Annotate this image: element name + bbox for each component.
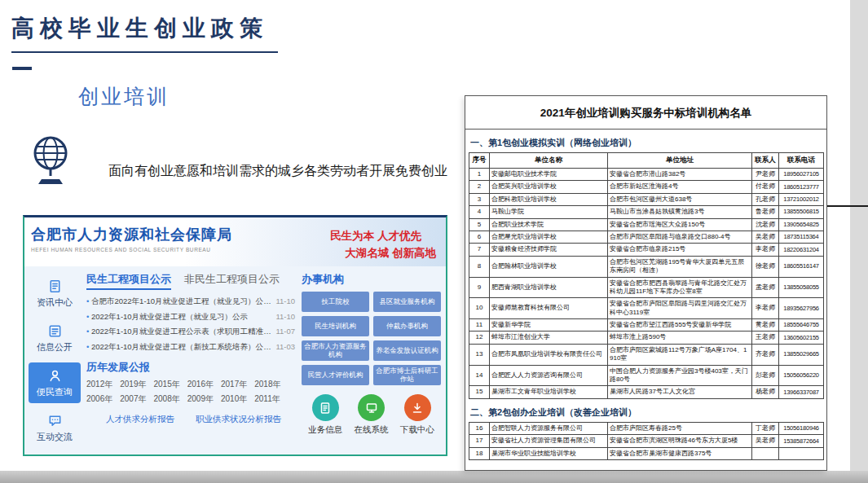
cell-unit-name: 安徽新华学院 — [490, 319, 608, 332]
monitor-icon — [358, 394, 385, 421]
news-item[interactable]: 2022年1-10月就业促进工程（就业见习）公示 11-10 — [86, 310, 295, 325]
cell-unit-address: 安徽省合肥市瑶海区大众路150号 — [608, 218, 752, 231]
cell-unit-address: 安徽省合肥市滨湖区明珠路46号东方大厦5楼 — [608, 435, 752, 447]
year-link[interactable]: 2009年 — [187, 393, 214, 405]
news-item-title: 2022年1-10月就业促进工程（新技工系统培养）公示表 — [86, 340, 272, 355]
news-item[interactable]: 2022年1-10月就业促进工程（新技工系统培养）公示表 11-03 — [86, 340, 295, 355]
cell-index: 18 — [469, 447, 490, 459]
site-slogans: 民生为本 人才优先 大湖名城 创新高地 — [330, 225, 439, 266]
table-row: 12 蚌埠市江淮创业大学 蚌埠市淮上路590号 王老师 13605602155 — [469, 332, 824, 344]
year-link[interactable]: 2008年 — [154, 393, 180, 405]
cell-phone: 18956027105 — [779, 169, 824, 181]
year-link[interactable]: 2012年 — [86, 379, 112, 390]
table-row: 8 合肥翰林职业培训学校 合肥市包河区芜湖路195号青华大厦四单元五层东南房间（… — [469, 256, 824, 277]
sidebar-item-interaction[interactable]: 互动交流 — [29, 407, 81, 448]
annual-reports-header: 历年发展公报 — [86, 360, 295, 375]
cell-unit-address: 安徽省合肥市望江西路555号安徽新华学院 — [608, 319, 752, 332]
cell-index: 2 — [469, 181, 490, 193]
cell-index: 3 — [469, 193, 490, 205]
table-section-1: 一、第1包创业模拟实训（网络创业培训） — [470, 137, 822, 149]
tab-minsheng-projects[interactable]: 民生工程项目公示 — [86, 272, 171, 290]
sidebar-item-citizen-query[interactable]: 便民查询 — [29, 362, 81, 403]
year-link[interactable]: 2016年 — [187, 379, 214, 390]
cell-index: 13 — [469, 344, 490, 365]
cell-contact: 李老师 — [752, 298, 779, 319]
agencies-header: 办事机构 — [302, 272, 441, 287]
cell-unit-address: 合肥市庐阳区阜阳路与临泉路交口880-4号 — [608, 231, 752, 243]
cell-contact: 孔老师 — [752, 193, 779, 205]
cell-unit-name: 安徽邮电职业技术学院 — [490, 169, 608, 181]
quick-link-online-system[interactable]: 在线系统 — [355, 394, 389, 436]
description-text: 面向有创业意愿和培训需求的城乡各类劳动者开展免费创业 — [108, 163, 447, 180]
download-icon — [404, 394, 431, 421]
table-row: 15 巢湖市工文青年职业培训学校 巢湖市人民路37号工人文化宫 杨老师 1396… — [469, 386, 824, 398]
news-item[interactable]: 2022年1-10月就业促进工程公示表（求职用工精准对接计划） 11-07 — [86, 324, 295, 340]
cell-phone: 15056180946 — [779, 422, 824, 434]
agency-button[interactable]: 合肥市人力资源服务机构 — [302, 340, 369, 361]
report-link[interactable]: 职业供求状况分析报告 — [196, 414, 281, 425]
cell-unit-address: 合肥市庐阳区蒙城路112号万象广场A座1704、1910室 — [608, 344, 752, 365]
agency-button[interactable]: 养老金发放认证机构 — [373, 340, 441, 361]
year-link[interactable]: 2018年 — [254, 379, 280, 390]
bottom-gray-strip — [0, 471, 868, 483]
cell-phone: 13855029665 — [779, 344, 824, 365]
cell-contact: 吴老师 — [752, 435, 779, 447]
cell-unit-address: 合肥市包河区芜湖路195号青华大厦四单元五层东南房间（相连） — [608, 256, 752, 277]
quick-link-label: 在线系统 — [355, 424, 389, 436]
table-row: 2 合肥英兴职业培训学校 合肥市新站区淮海路4号 付老师 18605123777 — [469, 181, 824, 193]
year-link[interactable]: 2015年 — [154, 379, 180, 390]
tab-non-minsheng-projects[interactable]: 非民生工程项目公示 — [184, 272, 280, 287]
agency-button[interactable]: 民生培训机构 — [302, 316, 369, 336]
slogan-line-2: 大湖名城 创新高地 — [345, 245, 436, 262]
year-link[interactable]: 2011年 — [254, 393, 280, 405]
cell-phone: 15056056220 — [779, 365, 824, 386]
cell-unit-name: 合肥翰林职业培训学校 — [490, 256, 608, 277]
year-link[interactable]: 2010年 — [221, 393, 247, 405]
cell-contact: 齐老师 — [752, 344, 779, 365]
news-item-title: 2022年1-10月就业促进工程（就业见习）公示 — [86, 310, 272, 325]
cell-index: 11 — [469, 319, 490, 332]
agency-button[interactable]: 技工院校 — [302, 292, 369, 312]
agency-button[interactable]: 县区就业服务机构 — [373, 292, 441, 312]
project-tabs: 民生工程项目公示 非民生工程项目公示 — [86, 272, 295, 290]
cell-unit-name: 巢湖市华业职业技能培训学校 — [490, 447, 608, 459]
cell-unit-name: 合肥匠人人力资源咨询有限公司 — [490, 365, 608, 386]
agency-button[interactable]: 仲裁办事机构 — [373, 316, 441, 336]
year-link[interactable]: 2017年 — [221, 379, 247, 390]
cell-index: 17 — [469, 435, 490, 447]
cell-unit-address: 蚌埠市淮上路590号 — [608, 332, 752, 344]
year-link[interactable]: 2019年 — [120, 379, 146, 390]
cell-unit-address: 安徽省合肥市潜山路382号 — [608, 169, 752, 181]
sidebar-item-info-disclosure[interactable]: 信息公开 — [29, 318, 81, 358]
cell-index: 15 — [469, 386, 490, 398]
year-link[interactable]: 2006年 — [86, 393, 112, 405]
news-item-date: 11-07 — [275, 324, 295, 340]
sidebar-item-news[interactable]: 资讯中心 — [29, 273, 81, 314]
slide-title: 高校毕业生创业政策 — [11, 13, 278, 53]
report-link[interactable]: 人才供求分析报告 — [106, 414, 174, 425]
cell-contact: 杨老师 — [752, 386, 779, 398]
cell-phone: 13855506815 — [779, 206, 824, 218]
table-row: 7 安徽粮食经济技师学院 安徽省合肥市临泉路215号 李老师 182206312… — [469, 244, 824, 256]
quick-link-download-center[interactable]: 下载中心 — [400, 394, 434, 436]
cell-phone: 18555646755 — [779, 319, 824, 332]
year-link[interactable]: 2007年 — [120, 393, 146, 405]
cell-index: 5 — [469, 218, 490, 231]
cell-phone: 13605602155 — [779, 332, 824, 344]
quick-link-business-info[interactable]: 业务信息 — [308, 394, 342, 436]
table-row: 5 合肥职业技术学院 安徽省合肥市瑶海区大众路150号 沈老师 13905654… — [469, 218, 824, 231]
agency-button[interactable]: 合肥市博士后科研工作站 — [373, 365, 441, 385]
title-dash — [12, 67, 32, 70]
table-title: 2021年创业培训购买服务中标培训机构名单 — [465, 96, 826, 130]
cell-phone: 18935627956 — [779, 298, 824, 319]
site-sidebar: 资讯中心 信息公开 便民查询 互动交流 — [24, 266, 85, 454]
site-main: 民生工程项目公示 非民生工程项目公示 合肥市2022年1-10月就业促进工程（就… — [85, 266, 446, 454]
chat-icon — [47, 413, 63, 428]
agency-button[interactable]: 民营人才评价机构 — [302, 365, 369, 385]
table-row: 14 合肥匠人人力资源咨询有限公司 中国合肥人力资源服务产业园3号楼403室，天… — [469, 365, 824, 386]
site-body: 资讯中心 信息公开 便民查询 互动交流 民生工程项目公 — [24, 266, 446, 454]
cell-phone: 13905654825 — [779, 218, 824, 231]
cell-unit-name: 巢湖市工文青年职业培训学校 — [490, 386, 608, 398]
news-item[interactable]: 合肥市2022年1-10月就业促进工程（就业见习）公示表 11-10 — [86, 294, 295, 310]
cell-unit-name: 合肥科教职业培训学校 — [490, 193, 608, 205]
